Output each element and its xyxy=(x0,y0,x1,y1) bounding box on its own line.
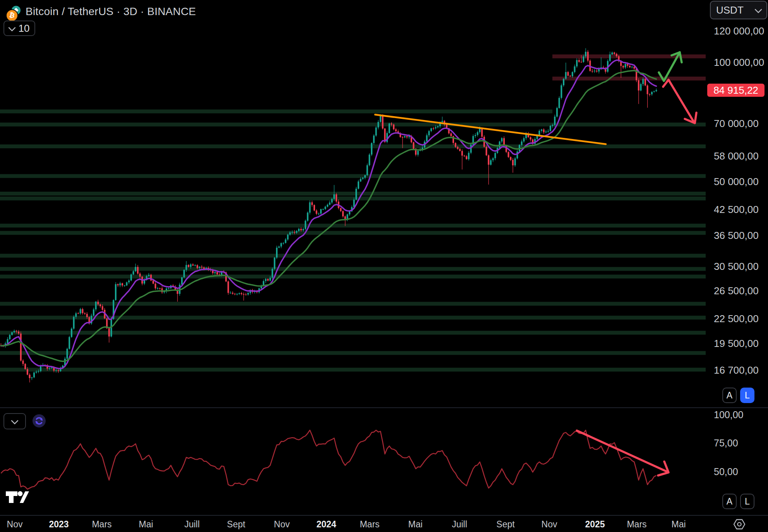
chart-window: ₿ Bitcoin / TetherUS · 3D · BINANCE 10 U… xyxy=(0,0,768,532)
settings-gear-icon[interactable] xyxy=(733,518,746,531)
chart-header: ₿ Bitcoin / TetherUS · 3D · BINANCE xyxy=(3,2,196,21)
refresh-icon[interactable] xyxy=(32,414,46,428)
tradingview-logo[interactable] xyxy=(5,489,30,505)
time-axis-label: 2024 xyxy=(316,519,336,530)
current-price-value: 84 915,22 xyxy=(713,84,758,96)
time-axis-label: 2025 xyxy=(585,519,605,530)
chevron-down-icon xyxy=(754,6,762,14)
time-axis-label: Mai xyxy=(139,519,153,530)
rsi-axis-label: 100,00 xyxy=(714,409,743,420)
auto-scale-button-main[interactable]: A xyxy=(722,388,737,403)
rsi-axis-label: 75,00 xyxy=(714,438,738,449)
price-axis-label: 42 500,00 xyxy=(714,204,759,216)
time-axis-label: Mai xyxy=(671,519,686,530)
rsi-axis-label: 50,00 xyxy=(714,466,738,477)
time-axis-label: Juill xyxy=(184,519,200,530)
pane-separator[interactable] xyxy=(0,407,768,408)
price-axis-label: 26 500,00 xyxy=(714,285,759,297)
currency-value: USDT xyxy=(716,4,744,16)
time-axis-label: 2023 xyxy=(49,519,69,530)
price-axis-label: 22 500,00 xyxy=(714,313,759,325)
pair-logo: ₿ xyxy=(3,3,22,21)
time-axis-label: Sept xyxy=(496,519,514,530)
price-axis-label: 16 700,00 xyxy=(714,364,759,376)
current-price-tag: 84 915,22 xyxy=(707,84,765,97)
indicator-legend-ma[interactable]: 10 xyxy=(3,21,35,36)
log-scale-button-main[interactable]: L xyxy=(740,388,754,403)
time-axis-label: Juill xyxy=(452,519,467,530)
price-axis-label: 36 500,00 xyxy=(714,230,759,242)
price-axis-label: 19 500,00 xyxy=(714,338,759,350)
time-axis-label: Nov xyxy=(274,519,290,530)
bitcoin-icon: ₿ xyxy=(6,9,18,22)
time-axis-label: Mars xyxy=(627,519,646,530)
price-axis-label: 120 000,00 xyxy=(714,25,764,37)
time-axis-label: Nov xyxy=(542,519,557,530)
auto-scale-button-rsi[interactable]: A xyxy=(722,494,737,509)
price-axis-label: 50 000,00 xyxy=(714,176,759,188)
indicator-legend-rsi[interactable] xyxy=(3,413,26,429)
time-axis-label: Mars xyxy=(360,519,379,530)
axis-separator[interactable] xyxy=(0,515,768,516)
price-axis-label: 70 000,00 xyxy=(714,118,759,130)
price-axis-label: 30 500,00 xyxy=(714,261,759,273)
time-axis-label: Sept xyxy=(227,519,245,530)
time-axis-label: Mai xyxy=(408,519,422,530)
symbol-title[interactable]: Bitcoin / TetherUS · 3D · BINANCE xyxy=(26,5,196,18)
price-axis-label: 100 000,00 xyxy=(714,57,764,69)
price-axis-label: 58 000,00 xyxy=(714,150,759,162)
time-axis-label: Mars xyxy=(92,519,111,530)
ma-period-value: 10 xyxy=(19,22,30,34)
currency-select[interactable]: USDT xyxy=(710,1,767,19)
chevron-down-icon xyxy=(11,417,19,425)
chevron-down-icon xyxy=(8,24,16,32)
price-chart-canvas[interactable] xyxy=(0,0,768,532)
time-axis-label: Nov xyxy=(7,519,23,530)
log-scale-button-rsi[interactable]: L xyxy=(740,494,754,509)
